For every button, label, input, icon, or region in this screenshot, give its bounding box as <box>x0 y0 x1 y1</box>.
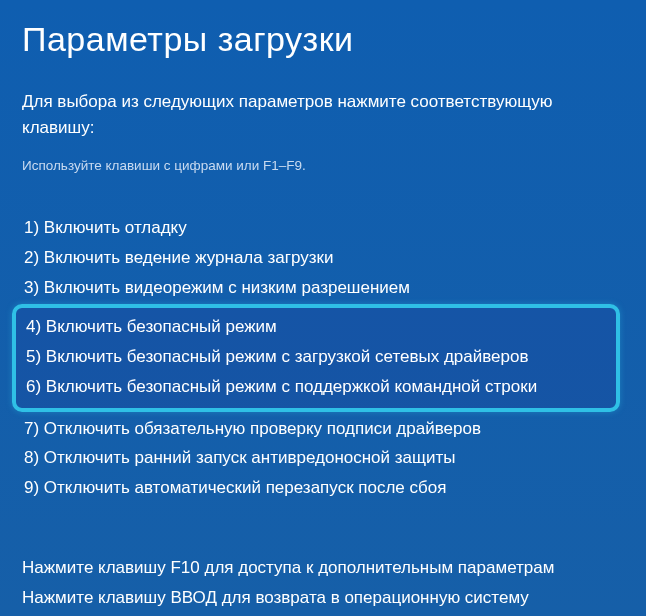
footer-instructions: Нажмите клавишу F10 для доступа к дополн… <box>22 553 624 613</box>
option-low-res-video[interactable]: 3) Включить видеорежим с низким разрешен… <box>22 273 624 303</box>
boot-options-list: 1) Включить отладку 2) Включить ведение … <box>22 213 624 503</box>
option-enable-debugging[interactable]: 1) Включить отладку <box>22 213 624 243</box>
keyboard-hint: Используйте клавиши с цифрами или F1–F9. <box>22 158 624 173</box>
footer-f10-hint: Нажмите клавишу F10 для доступа к дополн… <box>22 553 624 583</box>
option-safe-mode[interactable]: 4) Включить безопасный режим <box>16 312 610 342</box>
option-disable-driver-signature[interactable]: 7) Отключить обязательную проверку подпи… <box>22 414 624 444</box>
option-safe-mode-networking[interactable]: 5) Включить безопасный режим с загрузкой… <box>16 342 610 372</box>
option-enable-boot-logging[interactable]: 2) Включить ведение журнала загрузки <box>22 243 624 273</box>
instruction-text: Для выбора из следующих параметров нажми… <box>22 89 624 140</box>
footer-enter-hint: Нажмите клавишу ВВОД для возврата в опер… <box>22 583 624 613</box>
option-disable-antimalware[interactable]: 8) Отключить ранний запуск антивредоносн… <box>22 443 624 473</box>
page-title: Параметры загрузки <box>22 20 624 59</box>
option-disable-auto-restart[interactable]: 9) Отключить автоматический перезапуск п… <box>22 473 624 503</box>
option-safe-mode-command-prompt[interactable]: 6) Включить безопасный режим с поддержко… <box>16 372 610 402</box>
safe-mode-highlight-group: 4) Включить безопасный режим 5) Включить… <box>12 304 620 411</box>
